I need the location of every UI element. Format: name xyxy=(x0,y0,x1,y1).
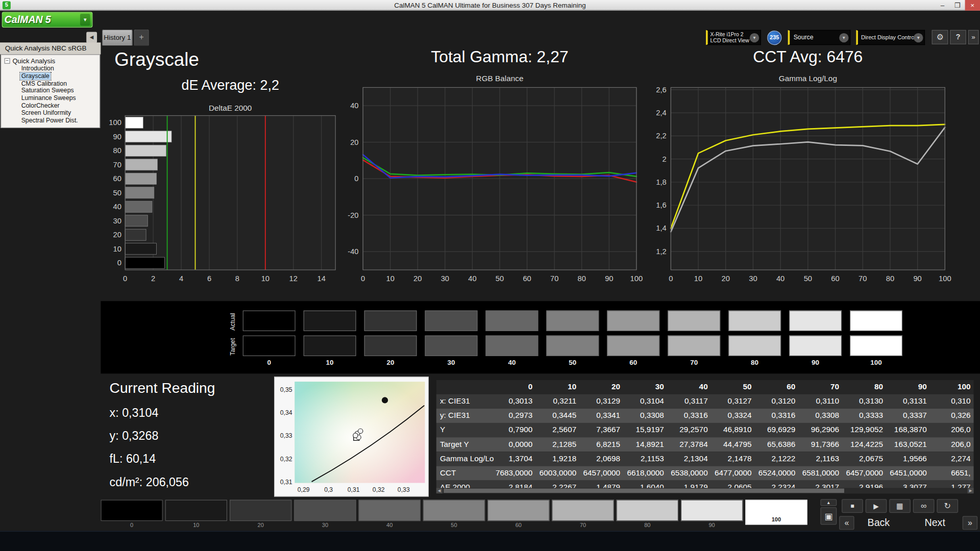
svg-text:0: 0 xyxy=(123,274,127,283)
row-label: Y xyxy=(436,423,494,437)
sidebar-item-colorchecker[interactable]: ColorChecker xyxy=(20,102,61,109)
pattern-button-60[interactable]: 60 xyxy=(487,500,549,531)
page-title: Grayscale xyxy=(114,49,199,70)
table-cell: 0,7900 xyxy=(494,423,537,437)
maximize-button[interactable]: ❒ xyxy=(950,0,965,11)
tab-history-1[interactable]: History 1 xyxy=(102,30,133,46)
chevron-down-icon[interactable]: ▾ xyxy=(839,33,848,42)
table-cell: 6524,0000 xyxy=(756,466,800,480)
pattern-button-10[interactable]: 10 xyxy=(165,500,227,531)
pattern-swatch[interactable] xyxy=(423,500,485,521)
pattern-swatch[interactable] xyxy=(294,500,356,521)
table-cell: 0,3308 xyxy=(800,409,844,423)
pattern-swatch[interactable] xyxy=(165,500,227,521)
sidebar-item-saturation-sweeps[interactable]: Saturation Sweeps xyxy=(20,87,75,94)
table-row-y-cie31[interactable]: y: CIE310,29730,34450,33410,33080,33160,… xyxy=(436,409,974,423)
tree-expander-icon[interactable]: − xyxy=(5,58,10,63)
chevron-down-icon[interactable]: ▾ xyxy=(914,33,923,42)
pattern-swatch[interactable] xyxy=(552,500,614,521)
pattern-button-70[interactable]: 70 xyxy=(552,500,614,531)
sidebar-item-introduction[interactable]: Introduction xyxy=(20,65,55,72)
meter-dropdown[interactable]: X-Rite i1Pro 2 LCD Direct View ▾ xyxy=(706,30,761,45)
pattern-button-80[interactable]: 80 xyxy=(617,500,678,531)
display-control-dropdown[interactable]: Direct Display Control ▾ xyxy=(856,30,925,45)
back-chevron-icon[interactable]: « xyxy=(839,516,854,530)
sidebar-item-screen-uniformity[interactable]: Screen Uniformity xyxy=(20,109,72,116)
pattern-swatch[interactable] xyxy=(101,500,162,521)
chevron-down-icon[interactable]: ▾ xyxy=(80,14,90,26)
play-button[interactable]: ▶ xyxy=(866,499,887,513)
table-cell: 65,6386 xyxy=(756,437,800,452)
continuous-read-button[interactable]: ∞ xyxy=(913,499,935,513)
table-cell: 2,0675 xyxy=(844,452,888,466)
refresh-button[interactable]: ↻ xyxy=(937,499,958,513)
target-swatch-10 xyxy=(304,336,356,356)
test-pattern-strip: 0102030405060708090100 xyxy=(101,498,814,531)
sidebar-item-luminance-sweeps[interactable]: Luminance Sweeps xyxy=(20,94,77,102)
more-button[interactable]: » xyxy=(968,30,979,44)
minimize-button[interactable]: – xyxy=(935,0,950,11)
sidebar-item-spectral-power-dist[interactable]: Spectral Power Dist. xyxy=(20,116,79,123)
next-button[interactable]: Next xyxy=(913,515,957,531)
pattern-button-100[interactable]: 100 xyxy=(745,500,807,531)
pattern-swatch[interactable] xyxy=(487,500,549,521)
table-row-cct[interactable]: CCT7683,00006003,00006457,00006618,00006… xyxy=(436,466,974,480)
back-button[interactable]: Back xyxy=(856,515,900,531)
table-cell: 0,3129 xyxy=(581,394,625,409)
table-cell: 2,1153 xyxy=(625,452,669,466)
help-button[interactable]: ? xyxy=(950,30,966,44)
table-cell: 0,3324 xyxy=(713,409,756,423)
titlebar: 5 CalMAN 5 CalMAN Ultimate for Business … xyxy=(0,0,980,11)
table-row-gamma-log-log[interactable]: Gamma Log/Log1,37041,92182,06982,11532,1… xyxy=(436,452,974,466)
table-cell: 6538,0000 xyxy=(669,466,713,480)
pattern-button-0[interactable]: 0 xyxy=(101,500,162,531)
pattern-button-90[interactable]: 90 xyxy=(681,500,743,531)
svg-text:40: 40 xyxy=(468,274,476,283)
pattern-button-50[interactable]: 50 xyxy=(423,500,485,531)
table-cell: 6,8215 xyxy=(581,437,625,452)
sidebar-collapse-button[interactable]: ◀ xyxy=(86,32,97,43)
grayscale-swatch-strip: Actual Target 0102030405060708090100 xyxy=(101,301,980,373)
add-tab-button[interactable]: + xyxy=(134,30,149,46)
sidebar-item-grayscale[interactable]: Grayscale xyxy=(20,72,51,80)
pattern-swatch[interactable] xyxy=(359,500,421,521)
svg-text:100: 100 xyxy=(630,274,643,283)
pattern-button-20[interactable]: 20 xyxy=(230,500,291,531)
table-cell: 0,3131 xyxy=(888,394,932,409)
pattern-swatch[interactable] xyxy=(230,500,291,521)
chevron-down-icon[interactable]: ▾ xyxy=(750,33,759,42)
table-cell: 80 xyxy=(844,380,888,394)
sidebar-item-cms-calibration[interactable]: CMS Calibration xyxy=(20,80,68,87)
table-row-y[interactable]: Y0,79002,56077,366715,919729,257046,8910… xyxy=(436,423,974,437)
pattern-window-button[interactable]: ▣ xyxy=(820,507,837,524)
gear-icon[interactable]: ⚙ xyxy=(932,30,948,44)
svg-text:90: 90 xyxy=(605,274,613,283)
pattern-swatch[interactable] xyxy=(617,500,678,521)
pattern-button-40[interactable]: 40 xyxy=(359,500,421,531)
source-dropdown[interactable]: Source ▾ xyxy=(788,30,851,45)
pattern-level-label: 100 xyxy=(745,517,807,523)
stop-button[interactable]: ■ xyxy=(842,499,863,513)
calman-logo-menu[interactable]: CalMAN 5 ▾ xyxy=(2,12,93,28)
svg-text:70: 70 xyxy=(859,274,867,283)
svg-text:2: 2 xyxy=(151,274,155,283)
svg-text:0,32: 0,32 xyxy=(373,486,385,493)
table-row-x-cie31[interactable]: x: CIE310,30130,32110,31290,31040,31170,… xyxy=(436,394,974,409)
tree-root[interactable]: − Quick Analysis xyxy=(1,55,99,65)
scroll-right-icon[interactable]: ▶ xyxy=(967,488,973,493)
svg-text:60: 60 xyxy=(113,174,121,183)
next-chevron-icon[interactable]: » xyxy=(963,516,977,530)
close-button[interactable]: × xyxy=(965,0,980,11)
scroll-left-icon[interactable]: ◀ xyxy=(436,488,443,493)
pattern-grid-button[interactable]: ▦ xyxy=(889,499,911,513)
scrollbar-thumb[interactable] xyxy=(444,489,844,493)
table-row-target-y[interactable]: Target Y0,00002,12856,821514,892127,3784… xyxy=(436,437,974,452)
table-scrollbar[interactable]: ◀ ▶ xyxy=(436,488,974,493)
row-label: Gamma Log/Log xyxy=(436,452,494,466)
svg-text:6: 6 xyxy=(207,274,211,283)
pattern-swatch[interactable] xyxy=(681,500,743,521)
logo-version: 5 xyxy=(45,14,51,26)
pattern-button-30[interactable]: 30 xyxy=(294,500,356,531)
actual-swatch-20 xyxy=(364,311,417,331)
pattern-up-button[interactable]: ▲ xyxy=(820,499,837,506)
